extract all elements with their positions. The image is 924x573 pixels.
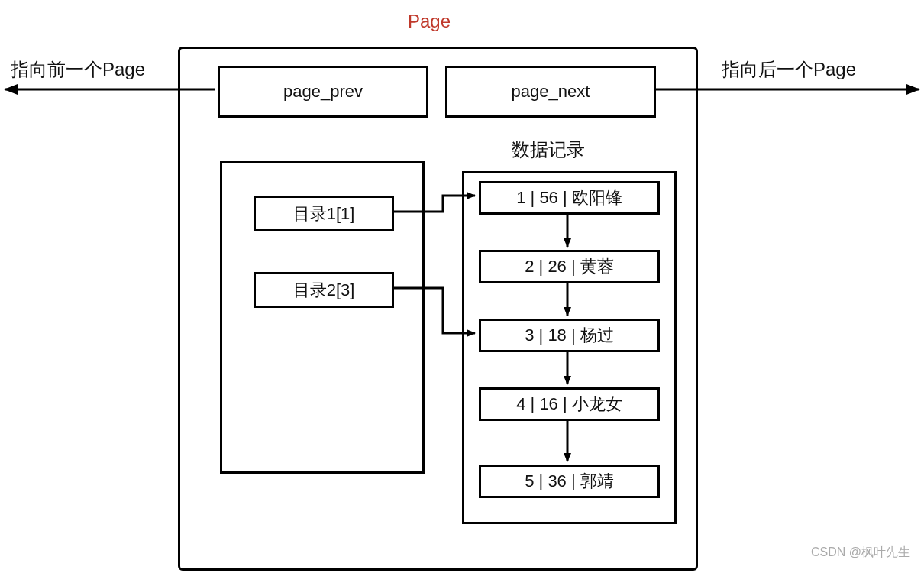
record-row-1: 1 | 56 | 欧阳锋 (479, 181, 660, 215)
page-title: Page (399, 11, 460, 32)
record-row-3: 3 | 18 | 杨过 (479, 319, 660, 352)
record-row-4: 4 | 16 | 小龙女 (479, 387, 660, 421)
directory-entry-2: 目录2[3] (254, 272, 394, 308)
directory-entry-1: 目录1[1] (254, 196, 394, 231)
page-prev-box: page_prev (218, 66, 428, 118)
records-title: 数据记录 (512, 138, 585, 162)
record-row-2: 2 | 26 | 黄蓉 (479, 250, 660, 283)
prev-arrow-label: 指向前一个Page (11, 57, 145, 82)
page-next-box: page_next (445, 66, 656, 118)
watermark: CSDN @枫叶先生 (811, 545, 910, 561)
next-arrow-label: 指向后一个Page (722, 57, 856, 82)
record-row-5: 5 | 36 | 郭靖 (479, 465, 660, 498)
